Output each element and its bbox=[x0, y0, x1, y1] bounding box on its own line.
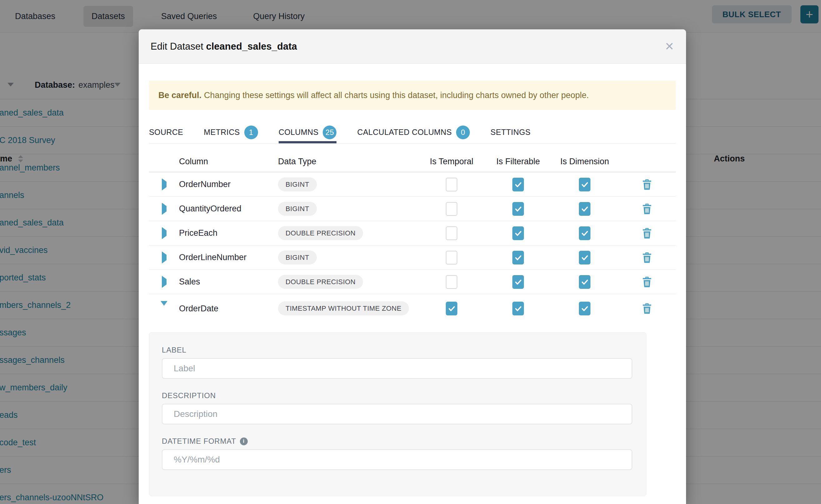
tab-label: SETTINGS bbox=[491, 128, 531, 137]
description-field: DESCRIPTION bbox=[162, 391, 632, 424]
is-temporal-checkbox[interactable] bbox=[446, 275, 458, 289]
trash-icon bbox=[642, 179, 652, 190]
tab-label: CALCULATED COLUMNS bbox=[357, 128, 452, 137]
delete-column-button[interactable] bbox=[642, 228, 652, 239]
datetime-format-field-label: DATETIME FORMAT i bbox=[162, 437, 632, 446]
is-dimension-checkbox[interactable] bbox=[579, 275, 591, 289]
is-dimension-checkbox[interactable] bbox=[579, 202, 591, 216]
label-field-label: LABEL bbox=[162, 346, 632, 354]
is-filterable-header: Is Filterable bbox=[497, 157, 540, 166]
columns-table: Column Data Type Is Temporal Is Filterab… bbox=[149, 151, 676, 323]
is-filterable-checkbox[interactable] bbox=[512, 251, 524, 264]
description-input[interactable] bbox=[162, 404, 632, 424]
column-row-ordernumber: OrderNumberBIGINT bbox=[149, 172, 676, 197]
modal-title: Edit Dataset cleaned_sales_data bbox=[151, 41, 297, 52]
description-field-label: DESCRIPTION bbox=[162, 391, 632, 400]
modal-body: Be careful. Changing these settings will… bbox=[139, 81, 686, 496]
is-filterable-checkbox[interactable] bbox=[512, 302, 524, 315]
tab-columns[interactable]: COLUMNS25 bbox=[279, 121, 337, 143]
data-type-badge: DOUBLE PRECISION bbox=[278, 275, 363, 289]
trash-icon bbox=[642, 228, 652, 239]
tab-count-badge: 0 bbox=[456, 126, 470, 139]
columns-table-body: OrderNumberBIGINTQuantityOrderedBIGINTPr… bbox=[149, 172, 676, 323]
delete-column-button[interactable] bbox=[642, 179, 652, 190]
trash-icon bbox=[642, 252, 652, 263]
column-row-quantityordered: QuantityOrderedBIGINT bbox=[149, 197, 676, 221]
expand-caret-icon[interactable] bbox=[162, 255, 166, 260]
datetime-format-input[interactable] bbox=[162, 449, 632, 470]
check-icon bbox=[581, 180, 589, 189]
column-row-sales: SalesDOUBLE PRECISION bbox=[149, 270, 676, 294]
warning-bold: Be careful. bbox=[158, 91, 201, 100]
expand-caret-icon[interactable] bbox=[162, 182, 166, 187]
is-filterable-checkbox[interactable] bbox=[512, 226, 524, 240]
column-name: Sales bbox=[179, 277, 278, 287]
is-temporal-checkbox[interactable] bbox=[446, 302, 458, 315]
columns-table-header: Column Data Type Is Temporal Is Filterab… bbox=[149, 151, 676, 172]
label-input[interactable] bbox=[162, 358, 632, 379]
is-temporal-checkbox[interactable] bbox=[446, 251, 458, 264]
is-dimension-checkbox[interactable] bbox=[579, 226, 591, 240]
trash-icon bbox=[642, 203, 652, 215]
info-icon[interactable]: i bbox=[240, 437, 248, 445]
tab-calculated-columns[interactable]: CALCULATED COLUMNS0 bbox=[357, 121, 470, 143]
is-temporal-checkbox[interactable] bbox=[446, 226, 458, 240]
column-detail-panel: LABEL DESCRIPTION DATETIME FORMAT i bbox=[149, 332, 646, 496]
tab-source[interactable]: SOURCE bbox=[149, 121, 183, 143]
modal-tabs: SOURCEMETRICS1COLUMNS25CALCULATED COLUMN… bbox=[149, 121, 676, 144]
is-temporal-checkbox[interactable] bbox=[446, 202, 458, 216]
collapse-caret-icon[interactable] bbox=[161, 306, 167, 311]
expand-caret-icon[interactable] bbox=[162, 206, 166, 212]
delete-column-button[interactable] bbox=[642, 303, 652, 314]
tab-label: METRICS bbox=[204, 128, 240, 137]
warning-text: Changing these settings will affect all … bbox=[204, 91, 589, 100]
check-icon bbox=[581, 254, 589, 262]
check-icon bbox=[581, 278, 589, 286]
close-icon[interactable]: ✕ bbox=[665, 41, 674, 52]
expand-caret-icon[interactable] bbox=[162, 279, 166, 285]
delete-column-button[interactable] bbox=[642, 252, 652, 263]
data-type-badge: DOUBLE PRECISION bbox=[278, 226, 363, 240]
is-dimension-checkbox[interactable] bbox=[579, 302, 591, 315]
trash-icon bbox=[642, 303, 652, 314]
check-icon bbox=[581, 205, 589, 213]
column-name: PriceEach bbox=[179, 228, 278, 238]
check-icon bbox=[514, 205, 522, 213]
data-type-badge: BIGINT bbox=[278, 202, 317, 216]
label-field: LABEL bbox=[162, 346, 632, 379]
is-dimension-checkbox[interactable] bbox=[579, 251, 591, 264]
edit-dataset-modal: Edit Dataset cleaned_sales_data ✕ Be car… bbox=[139, 29, 686, 504]
delete-column-button[interactable] bbox=[642, 203, 652, 215]
check-icon bbox=[581, 304, 589, 313]
column-row-priceeach: PriceEachDOUBLE PRECISION bbox=[149, 221, 676, 245]
delete-column-button[interactable] bbox=[642, 276, 652, 288]
tab-count-badge: 25 bbox=[323, 126, 336, 139]
check-icon bbox=[514, 229, 522, 237]
tab-metrics[interactable]: METRICS1 bbox=[204, 121, 258, 143]
tab-label: COLUMNS bbox=[279, 128, 319, 137]
data-type-header: Data Type bbox=[278, 157, 418, 166]
trash-icon bbox=[642, 276, 652, 288]
check-icon bbox=[514, 180, 522, 189]
is-filterable-checkbox[interactable] bbox=[512, 202, 524, 216]
data-type-badge: BIGINT bbox=[278, 177, 317, 191]
expand-caret-icon[interactable] bbox=[162, 230, 166, 236]
is-filterable-checkbox[interactable] bbox=[512, 275, 524, 289]
data-type-badge: TIMESTAMP WITHOUT TIME ZONE bbox=[278, 301, 409, 315]
column-name: QuantityOrdered bbox=[179, 204, 278, 214]
is-temporal-checkbox[interactable] bbox=[446, 178, 458, 191]
is-dimension-checkbox[interactable] bbox=[579, 178, 591, 191]
tab-label: SOURCE bbox=[149, 128, 183, 137]
modal-title-prefix: Edit Dataset bbox=[151, 41, 203, 52]
datetime-format-field: DATETIME FORMAT i bbox=[162, 437, 632, 470]
datetime-format-label-text: DATETIME FORMAT bbox=[162, 437, 236, 446]
tab-settings[interactable]: SETTINGS bbox=[491, 121, 531, 143]
check-icon bbox=[581, 229, 589, 237]
column-name: OrderLineNumber bbox=[179, 253, 278, 262]
is-filterable-checkbox[interactable] bbox=[512, 178, 524, 191]
modal-header: Edit Dataset cleaned_sales_data ✕ bbox=[139, 29, 686, 64]
modal-title-dataset: cleaned_sales_data bbox=[206, 41, 297, 52]
check-icon bbox=[514, 278, 522, 286]
check-icon bbox=[514, 304, 522, 313]
column-row-orderdate: OrderDateTIMESTAMP WITHOUT TIME ZONE bbox=[149, 294, 676, 323]
